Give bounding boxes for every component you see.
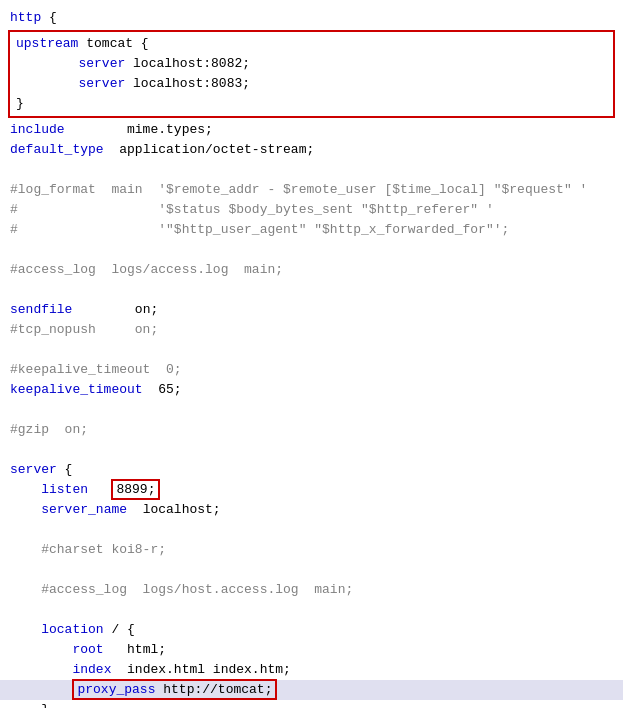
line-comment-charset: #charset koi8-r; xyxy=(0,540,623,560)
line-include: include mime.types; xyxy=(0,120,623,140)
upstream-header: upstream tomcat { xyxy=(16,34,607,54)
line-blank4 xyxy=(0,340,623,360)
line-comment-log2: # '$status $body_bytes_sent "$http_refer… xyxy=(0,200,623,220)
line-keepalive: keepalive_timeout 65; xyxy=(0,380,623,400)
line-comment-access: #access_log logs/access.log main; xyxy=(0,260,623,280)
proxy-pass-box: proxy_pass http://tomcat; xyxy=(72,679,277,700)
listen-value-box: 8899; xyxy=(111,479,160,500)
line-proxy-pass: proxy_pass http://tomcat; xyxy=(0,680,623,700)
line-comment-log3: # '"$http_user_agent" "$http_x_forwarded… xyxy=(0,220,623,240)
line-blank3 xyxy=(0,280,623,300)
line-close-location: } xyxy=(0,700,623,708)
line-blank8 xyxy=(0,560,623,580)
upstream-server2: server localhost:8083; xyxy=(16,74,607,94)
line-blank2 xyxy=(0,240,623,260)
line-server-name: server_name localhost; xyxy=(0,500,623,520)
line-server: server { xyxy=(0,460,623,480)
line-blank1 xyxy=(0,160,623,180)
line-blank9 xyxy=(0,600,623,620)
upstream-server1: server localhost:8082; xyxy=(16,54,607,74)
line-comment-keepalive: #keepalive_timeout 0; xyxy=(0,360,623,380)
line-blank5 xyxy=(0,400,623,420)
line-comment-tcp: #tcp_nopush on; xyxy=(0,320,623,340)
line-index: index index.html index.htm; xyxy=(0,660,623,680)
line-comment-log1: #log_format main '$remote_addr - $remote… xyxy=(0,180,623,200)
line-comment-gzip: #gzip on; xyxy=(0,420,623,440)
line-location: location / { xyxy=(0,620,623,640)
line-http: http { xyxy=(0,8,623,28)
upstream-block: upstream tomcat { server localhost:8082;… xyxy=(8,30,615,118)
line-listen: listen 8899; xyxy=(0,480,623,500)
line-comment-host-access: #access_log logs/host.access.log main; xyxy=(0,580,623,600)
line-root: root html; xyxy=(0,640,623,660)
line-sendfile: sendfile on; xyxy=(0,300,623,320)
line-blank7 xyxy=(0,520,623,540)
line-blank6 xyxy=(0,440,623,460)
code-editor: http { upstream tomcat { server localhos… xyxy=(0,0,623,708)
upstream-close: } xyxy=(16,94,607,114)
line-default-type: default_type application/octet-stream; xyxy=(0,140,623,160)
